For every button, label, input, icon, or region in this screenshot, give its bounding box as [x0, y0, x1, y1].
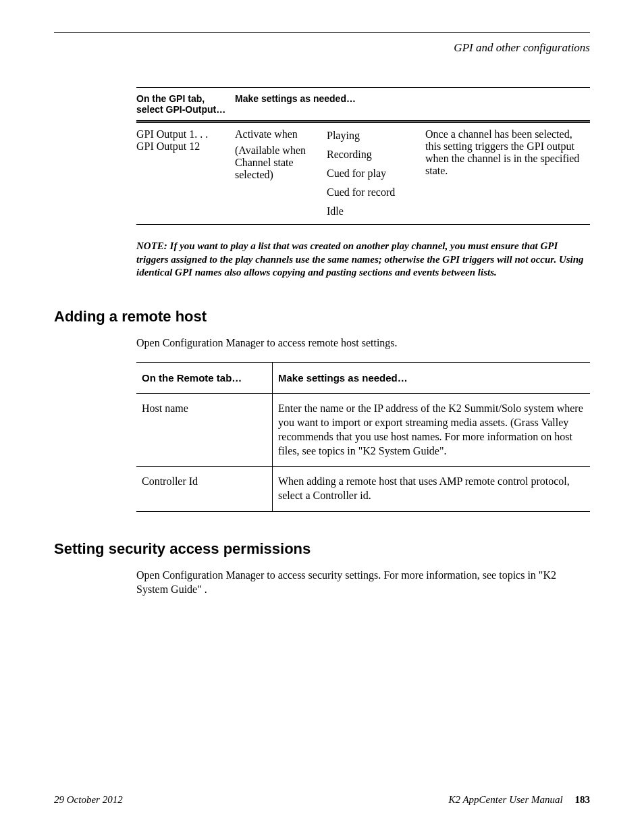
t1-head-col2: Make settings as needed… — [235, 88, 590, 121]
row-label-controllerid: Controller Id — [136, 467, 273, 512]
t1-col2a-l1: Activate when — [235, 128, 323, 140]
footer-date: 29 October 2012 — [54, 794, 123, 806]
header-rule — [54, 32, 590, 33]
page: GPI and other configurations On the GPI … — [0, 0, 644, 834]
table-row: Controller Id When adding a remote host … — [136, 467, 590, 512]
t2-head-col2: Make settings as needed… — [273, 363, 591, 394]
note-text: If you want to play a list that was crea… — [136, 240, 584, 278]
note-label: NOTE: — [136, 240, 167, 251]
heading-security: Setting security access permissions — [54, 540, 590, 558]
remote-table-block: On the Remote tab… Make settings as need… — [136, 362, 590, 512]
remote-host-table: On the Remote tab… Make settings as need… — [136, 362, 590, 512]
note-block: NOTE: If you want to play a list that wa… — [136, 240, 590, 280]
state-playing: Playing — [327, 128, 421, 147]
t1-head-col1-l1: On the GPI tab, — [136, 93, 205, 104]
heading-remote-host: Adding a remote host — [54, 308, 590, 325]
t1-head-col1-l2: select GPI-Output… — [136, 104, 225, 115]
running-header: GPI and other configurations — [54, 41, 590, 55]
row-label-hostname: Host name — [136, 394, 273, 467]
t2-head-col1: On the Remote tab… — [136, 363, 273, 394]
gpi-table-block: On the GPI tab, select GPI-Output… Make … — [136, 87, 590, 280]
footer-page-number: 183 — [575, 794, 591, 805]
state-cued-play: Cued for play — [327, 166, 421, 185]
security-body: Open Configuration Manager to access sec… — [136, 569, 590, 597]
row-desc-controllerid: When adding a remote host that uses AMP … — [273, 467, 591, 512]
state-cued-record: Cued for record — [327, 185, 421, 204]
t1-col1: GPI Output 1. . . GPI Output 12 — [136, 122, 235, 225]
footer-manual: K2 AppCenter User Manual 183 — [448, 794, 590, 806]
page-footer: 29 October 2012 K2 AppCenter User Manual… — [54, 794, 590, 806]
state-recording: Recording — [327, 147, 421, 166]
footer-manual-title: K2 AppCenter User Manual — [448, 794, 562, 805]
remote-intro: Open Configuration Manager to access rem… — [136, 336, 590, 350]
t1-head-col1: On the GPI tab, select GPI-Output… — [136, 88, 235, 121]
t1-col2a: Activate when (Available when Channel st… — [235, 122, 327, 225]
gpi-output-table: On the GPI tab, select GPI-Output… Make … — [136, 87, 590, 225]
t1-states: Playing Recording Cued for play Cued for… — [327, 122, 425, 225]
table-row: Host name Enter the name or the IP addre… — [136, 394, 590, 467]
t1-col1-l2: GPI Output 12 — [136, 140, 200, 152]
t1-col2a-l2: (Available when Channel state selected) — [235, 145, 323, 181]
t1-col1-l1: GPI Output 1. . . — [136, 128, 208, 140]
t1-col3: Once a channel has been selected, this s… — [425, 122, 590, 225]
state-idle: Idle — [327, 204, 421, 223]
row-desc-hostname: Enter the name or the IP address of the … — [273, 394, 591, 467]
